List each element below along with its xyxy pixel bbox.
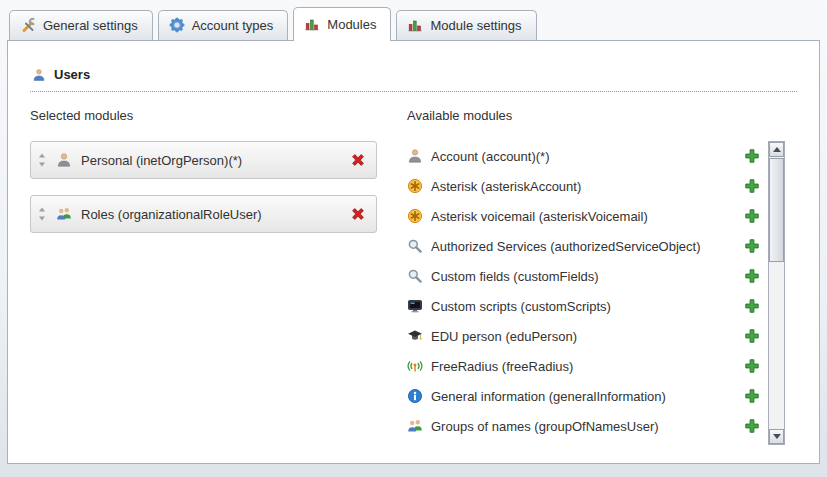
available-module-label: Asterisk (asteriskAccount): [431, 179, 736, 194]
triangle-down-icon: [773, 434, 781, 439]
add-module-button[interactable]: [744, 358, 760, 374]
scroll-up-button[interactable]: [769, 142, 784, 157]
scrollbar[interactable]: [768, 141, 785, 445]
available-module-groups-of-names: Groups of names (groupOfNamesUser): [407, 411, 766, 441]
add-icon: [744, 298, 760, 314]
tab-module-settings[interactable]: Module settings: [396, 10, 536, 40]
add-module-button[interactable]: [744, 328, 760, 344]
drag-handle-icon[interactable]: [37, 206, 47, 222]
available-module-label: Custom scripts (customScripts): [431, 299, 736, 314]
add-icon: [744, 148, 760, 164]
delete-icon: [350, 152, 366, 168]
main-panel: Users Selected modules Personal (inetOrg…: [7, 40, 820, 464]
tab-general-settings[interactable]: General settings: [9, 10, 153, 40]
available-module-authorized-services: Authorized Services (authorizedServiceOb…: [407, 231, 766, 261]
magnifier-icon: [407, 238, 423, 254]
available-module-label: Asterisk voicemail (asteriskVoicemail): [431, 209, 736, 224]
add-icon: [744, 328, 760, 344]
available-module-label: EDU person (eduPerson): [431, 329, 736, 344]
selected-modules-column: Selected modules Personal (inetOrgPerson…: [30, 106, 407, 445]
add-icon: [744, 208, 760, 224]
add-module-button[interactable]: [744, 298, 760, 314]
section-header: Users: [30, 67, 797, 92]
scroll-down-button[interactable]: [769, 429, 784, 444]
add-icon: [744, 178, 760, 194]
badge-icon: [169, 17, 185, 33]
available-module-label: Custom fields (customFields): [431, 269, 736, 284]
asterisk-icon: [407, 178, 423, 194]
available-module-custom-scripts: Custom scripts (customScripts): [407, 291, 766, 321]
info-icon: [407, 388, 423, 404]
group-icon: [56, 206, 72, 222]
available-module-label: Groups of names (groupOfNamesUser): [431, 419, 736, 434]
radio-antenna-icon: [407, 358, 423, 374]
available-module-label: Authorized Services (authorizedServiceOb…: [431, 239, 736, 254]
selected-module-roles[interactable]: Roles (organizationalRoleUser): [30, 195, 377, 233]
tab-label: Module settings: [430, 18, 521, 33]
group-icon: [407, 418, 423, 434]
available-modules-column: Available modules Account (account)(*) A…: [407, 106, 797, 445]
tab-label: Account types: [192, 18, 274, 33]
available-module-label: FreeRadius (freeRadius): [431, 359, 736, 374]
screen-icon: [407, 298, 423, 314]
remove-module-button[interactable]: [350, 206, 366, 222]
available-module-asterisk: Asterisk (asteriskAccount): [407, 171, 766, 201]
user-icon: [32, 68, 46, 82]
asterisk-icon: [407, 208, 423, 224]
page-title: Users: [54, 67, 90, 82]
available-module-freeradius: FreeRadius (freeRadius): [407, 351, 766, 381]
tab-modules[interactable]: Modules: [293, 7, 391, 41]
tab-label: Modules: [327, 17, 376, 32]
add-module-button[interactable]: [744, 148, 760, 164]
available-module-custom-fields: Custom fields (customFields): [407, 261, 766, 291]
add-module-button[interactable]: [744, 178, 760, 194]
graduate-cap-icon: [407, 328, 423, 344]
drag-handle-icon[interactable]: [37, 152, 47, 168]
add-module-button[interactable]: [744, 418, 760, 434]
selected-module-personal[interactable]: Personal (inetOrgPerson)(*): [30, 141, 377, 179]
bar-chart-icon: [407, 17, 423, 33]
magnifier-icon: [407, 268, 423, 284]
tools-icon: [20, 17, 36, 33]
triangle-up-icon: [773, 147, 781, 152]
add-icon: [744, 388, 760, 404]
tab-account-types[interactable]: Account types: [158, 10, 289, 40]
person-icon: [407, 148, 423, 164]
selected-module-label: Roles (organizationalRoleUser): [81, 207, 341, 222]
available-module-edu-person: EDU person (eduPerson): [407, 321, 766, 351]
scroll-thumb[interactable]: [769, 158, 784, 262]
available-module-label: Account (account)(*): [431, 149, 736, 164]
remove-module-button[interactable]: [350, 152, 366, 168]
add-module-button[interactable]: [744, 238, 760, 254]
module-columns: Selected modules Personal (inetOrgPerson…: [30, 106, 797, 445]
add-icon: [744, 358, 760, 374]
add-icon: [744, 238, 760, 254]
delete-icon: [350, 206, 366, 222]
available-module-account: Account (account)(*): [407, 141, 766, 171]
tab-bar: General settings Account types Modules M…: [0, 0, 827, 40]
selected-modules-heading: Selected modules: [30, 108, 407, 123]
add-icon: [744, 268, 760, 284]
add-module-button[interactable]: [744, 268, 760, 284]
available-module-label: General information (generalInformation): [431, 389, 736, 404]
add-module-button[interactable]: [744, 388, 760, 404]
selected-module-label: Personal (inetOrgPerson)(*): [81, 153, 341, 168]
available-module-asterisk-voicemail: Asterisk voicemail (asteriskVoicemail): [407, 201, 766, 231]
add-icon: [744, 418, 760, 434]
available-modules-list: Account (account)(*) Asterisk (asteriskA…: [407, 141, 766, 445]
available-module-general-information: General information (generalInformation): [407, 381, 766, 411]
available-modules-heading: Available modules: [407, 108, 797, 123]
person-icon: [56, 152, 72, 168]
available-modules-wrap: Account (account)(*) Asterisk (asteriskA…: [407, 141, 797, 445]
tab-label: General settings: [43, 18, 138, 33]
bar-chart-icon: [304, 16, 320, 32]
add-module-button[interactable]: [744, 208, 760, 224]
